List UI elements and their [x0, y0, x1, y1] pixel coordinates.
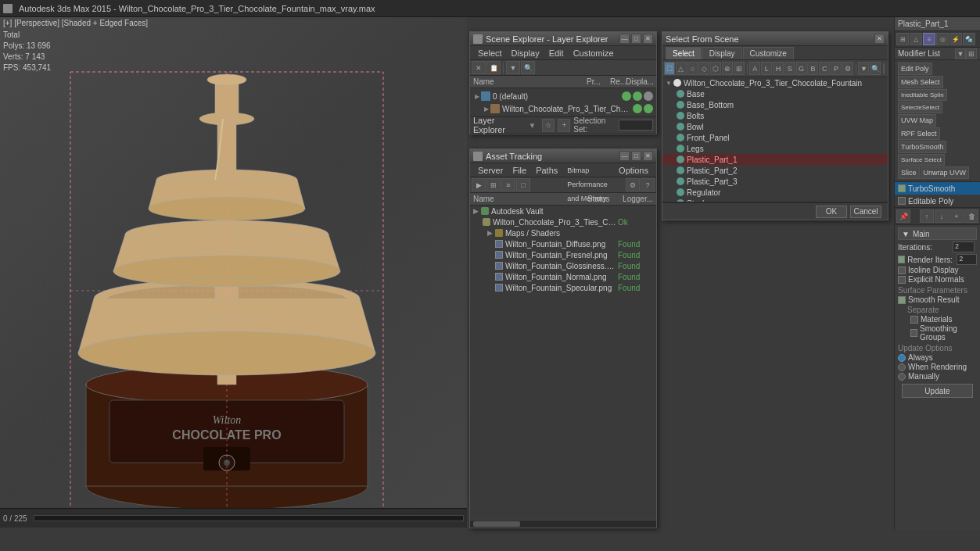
at-menu-bitmap[interactable]: Bitmap Performance and Memory — [562, 163, 614, 177]
materials-checkbox[interactable] — [910, 316, 918, 324]
sfs-tb-3[interactable]: ○ — [687, 62, 698, 75]
mod-tab-6[interactable]: 🔩 — [963, 33, 975, 45]
selection-set-input[interactable] — [619, 120, 653, 131]
at-close-btn[interactable]: ✕ — [643, 151, 653, 161]
sfs-tab-customize[interactable]: Customize — [743, 47, 794, 59]
render-iters-input[interactable]: 2 — [957, 254, 977, 265]
surface-select-btn[interactable]: Surface Select — [898, 154, 945, 166]
sfs-root-expand[interactable]: ▼ — [666, 80, 673, 87]
sfs-row-plastic3[interactable]: Plastic_Part_3 — [662, 176, 888, 187]
selectselect-btn[interactable]: SelecteSelect — [898, 102, 942, 113]
at-minimize-btn[interactable]: — — [619, 151, 630, 161]
sfs-tb-15[interactable]: P — [831, 62, 842, 75]
restore-btn[interactable]: □ — [631, 34, 641, 44]
sfs-tb-16[interactable]: ⚙ — [842, 62, 853, 75]
sfs-tb-18[interactable]: 🔍 — [870, 62, 881, 75]
unwrap-uvw-btn[interactable]: Unwrap UVW — [921, 166, 970, 179]
update-btn[interactable]: Update — [902, 384, 973, 398]
at-tb-settings[interactable]: ⚙ — [626, 178, 640, 191]
close-btn[interactable]: ✕ — [643, 34, 653, 44]
at-row-diffuse[interactable]: Wilton_Fountain_Diffuse.png Found — [470, 238, 656, 249]
tree-expand-obj[interactable]: ▶ — [483, 105, 490, 113]
sfs-row-plastic1[interactable]: Plastic_Part_1 — [662, 154, 888, 165]
at-restore-btn[interactable]: □ — [631, 151, 641, 161]
manually-radio[interactable] — [898, 373, 906, 381]
at-menu-paths[interactable]: Paths — [531, 163, 562, 177]
sfs-row-bolts[interactable]: Bolts — [662, 110, 888, 121]
sfs-close-btn[interactable]: ✕ — [874, 34, 885, 44]
when-rendering-radio[interactable] — [898, 363, 906, 371]
at-row-normal[interactable]: Wilton_Fountain_Normal.png Found — [470, 271, 656, 282]
editable-poly-checkbox[interactable] — [898, 197, 906, 205]
sfs-tb-1[interactable]: ☐ — [664, 62, 675, 75]
mod-list-btn1[interactable]: ▼ — [955, 48, 966, 59]
sfs-tb-6[interactable]: ⊕ — [722, 62, 733, 75]
smooth-result-checkbox[interactable] — [898, 296, 906, 304]
at-tb-1[interactable]: ▶ — [472, 178, 486, 191]
sfs-tb-12[interactable]: G — [796, 62, 807, 75]
sfs-tb-11[interactable]: S — [784, 62, 795, 75]
timeline-track[interactable] — [34, 515, 464, 521]
mesh-select-btn[interactable]: Mesh Select — [898, 76, 943, 88]
sfs-row-base-bottom[interactable]: Base_Bottom — [662, 99, 888, 110]
sfs-row-front-panel[interactable]: Front_Panel — [662, 132, 888, 143]
menu-edit[interactable]: Edit — [544, 46, 569, 60]
at-menu-file[interactable]: File — [508, 163, 531, 177]
sfs-row-legs[interactable]: Legs — [662, 143, 888, 154]
render-iters-checkbox[interactable] — [898, 256, 905, 263]
asset-tracking-titlebar[interactable]: Asset Tracking — □ ✕ — [470, 149, 656, 163]
scene-explorer-titlebar[interactable]: Scene Explorer - Layer Explorer — □ ✕ — [470, 32, 656, 46]
sfs-tab-display[interactable]: Display — [702, 47, 742, 59]
tree-row-layer0[interactable]: ▶ 0 (default) — [470, 90, 656, 102]
at-scroll-thumb[interactable] — [473, 521, 520, 527]
sfs-row-plastic2[interactable]: Plastic_Part_2 — [662, 165, 888, 176]
stack-editable-poly[interactable]: Editable Poly — [895, 195, 980, 207]
at-row-vault[interactable]: ▶ Autodesk Vault — [470, 206, 656, 216]
sfs-tb-17[interactable]: ▼ — [858, 62, 869, 75]
mod-list-btn2[interactable]: ⊞ — [966, 48, 977, 59]
stack-del-btn[interactable]: 🗑 — [964, 209, 978, 223]
viewport[interactable]: Wilton CHOCOLATE PRO — [0, 17, 467, 528]
at-tb-4[interactable]: □ — [516, 178, 530, 191]
layer-btn-1[interactable]: ☆ — [542, 119, 555, 132]
at-scrollbar[interactable] — [470, 520, 656, 528]
smoothing-groups-checkbox[interactable] — [910, 329, 917, 337]
ineditable-spline-btn[interactable]: Ineditable Splin — [898, 89, 947, 101]
sfs-titlebar[interactable]: Select From Scene ✕ — [662, 32, 888, 46]
at-row-fresnel[interactable]: Wilton_Fountain_Fresnel.png Found — [470, 249, 656, 260]
at-row-wilton[interactable]: Wilton_Chocolate_Pro_3_Ties_Chocola... O… — [470, 216, 656, 227]
mod-tab-5[interactable]: ⚡ — [949, 33, 962, 45]
isoline-checkbox[interactable] — [898, 267, 906, 274]
tree-row-object[interactable]: ▶ Wilton_Chocolate_Pro_3_Tier_Choco... — [470, 102, 656, 115]
turbosmooth-rollout[interactable]: ▼ Main — [898, 227, 977, 240]
stack-pin-btn[interactable]: 📌 — [896, 209, 910, 223]
at-menu-server[interactable]: Server — [473, 163, 508, 177]
mod-tab-3[interactable]: ≡ — [923, 33, 935, 45]
turbosmooth-checkbox[interactable] — [898, 184, 906, 192]
at-tb-help[interactable]: ? — [641, 178, 655, 191]
at-tb-3[interactable]: ≡ — [501, 178, 515, 191]
menu-select[interactable]: Select — [473, 46, 507, 60]
sfs-row-base[interactable]: Base — [662, 88, 888, 99]
turbosmooth-btn[interactable]: TurboSmooth — [898, 141, 946, 153]
at-row-glossiness[interactable]: Wilton_Fountain_Glossiness.png Found — [470, 260, 656, 271]
sfs-tab-select[interactable]: Select — [666, 47, 702, 59]
tree-expand-0[interactable]: ▶ — [473, 92, 481, 100]
mod-tab-1[interactable]: ⊞ — [896, 33, 909, 45]
menu-display[interactable]: Display — [507, 46, 544, 60]
cancel-button[interactable]: Cancel — [850, 206, 881, 218]
ok-button[interactable]: OK — [816, 206, 847, 218]
slice-btn[interactable]: Slice — [898, 166, 920, 179]
uvw-map-btn[interactable]: UVW Map — [898, 114, 936, 127]
sfs-tb-9[interactable]: L — [761, 62, 772, 75]
sfs-tb-5[interactable]: ⬡ — [710, 62, 721, 75]
stack-add-btn[interactable]: + — [949, 209, 964, 223]
minimize-btn[interactable]: — — [619, 34, 630, 44]
always-radio[interactable] — [898, 354, 906, 362]
sfs-row-bowl[interactable]: Bowl — [662, 121, 888, 132]
toolbar-btn-1[interactable]: ✕ — [472, 61, 486, 74]
toolbar-btn-2[interactable]: 📋 — [486, 61, 501, 74]
at-menu-options[interactable]: Options — [614, 163, 653, 177]
sfs-tb-4[interactable]: ◇ — [698, 62, 709, 75]
sfs-row-regulator[interactable]: Regulator — [662, 187, 888, 198]
